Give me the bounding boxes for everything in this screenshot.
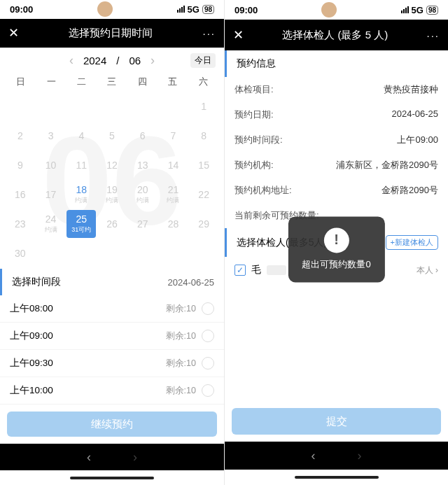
radio-icon[interactable] (202, 384, 214, 397)
next-month-icon[interactable]: › (150, 53, 155, 68)
timeslot-list: 上午08:00剩余:10上午09:00剩余:10上午09:30剩余:10上午10… (0, 295, 224, 405)
calendar-day[interactable]: 24约满 (36, 210, 66, 238)
calendar-day[interactable]: 17 (36, 181, 66, 209)
calendar-day (97, 92, 127, 120)
header: ✕ 选择体检人 (最多 5 人) ··· (225, 20, 448, 50)
battery-pill: 98 (202, 5, 214, 14)
nav-forward-icon[interactable]: › (133, 450, 137, 465)
today-button[interactable]: 今日 (190, 53, 216, 68)
nav-back-icon[interactable]: ‹ (312, 449, 316, 463)
calendar-day[interactable]: 7 (159, 122, 188, 150)
calendar-day[interactable]: 18约满 (66, 181, 96, 209)
calendar-day (6, 92, 35, 120)
page-title: 选择预约日期时间 (19, 27, 202, 40)
home-indicator (225, 470, 448, 485)
submit-button[interactable]: 提交 (232, 408, 441, 435)
more-icon[interactable]: ··· (426, 29, 440, 41)
calendar-day[interactable]: 11 (66, 151, 96, 179)
status-avatar (97, 1, 113, 17)
timeslot-date: 2024-06-25 (168, 277, 215, 288)
status-time: 09:00 (234, 5, 258, 15)
nav-back-icon[interactable]: ‹ (87, 450, 91, 465)
calendar-day[interactable]: 3 (36, 122, 66, 150)
continue-button[interactable]: 继续预约 (7, 412, 217, 437)
toast: ! 超出可预约数量0 (288, 216, 384, 282)
phone-right: 09:00 5G 98 ✕ 选择体检人 (最多 5 人) ··· 预约信息 体检… (224, 0, 448, 485)
calendar-day[interactable]: 2 (6, 122, 35, 150)
person-name: 毛 (251, 264, 261, 276)
home-indicator (0, 470, 224, 485)
info-row: 预约日期:2024-06-25 (225, 102, 448, 127)
calendar-day[interactable]: 20约满 (128, 181, 158, 209)
calendar-day[interactable]: 10 (36, 151, 66, 179)
close-icon[interactable]: ✕ (233, 27, 244, 43)
calendar-day[interactable]: 8 (189, 122, 218, 150)
calendar-day[interactable]: 9 (6, 151, 35, 179)
status-time: 09:00 (10, 4, 33, 15)
calendar-day[interactable]: 14 (159, 151, 188, 179)
checkbox-icon[interactable]: ✓ (234, 265, 246, 276)
status-avatar (321, 2, 337, 17)
info-row: 体检项目:黄热疫苗接种 (225, 77, 448, 102)
page-title: 选择体检人 (最多 5 人) (244, 29, 426, 42)
toast-text: 超出可预约数量0 (302, 258, 370, 271)
close-icon[interactable]: ✕ (8, 25, 19, 41)
calendar-day[interactable]: 19约满 (97, 181, 127, 209)
nav-forward-icon[interactable]: › (358, 449, 362, 463)
phone-left: 09:00 5G 98 ✕ 选择预约日期时间 ··· ‹ 2024 / 06 ›… (0, 0, 224, 485)
timeslot-row[interactable]: 上午09:30剩余:10 (0, 350, 224, 377)
calendar-day[interactable]: 4 (66, 122, 96, 150)
timeslot-row[interactable]: 上午09:00剩余:10 (0, 323, 224, 350)
info-row: 预约机构:浦东新区，金桥路2090号 (225, 153, 448, 178)
calendar-day[interactable]: 16 (6, 181, 35, 209)
calendar-day[interactable]: 5 (97, 122, 127, 150)
info-row: 预约机构地址:金桥路2090号 (225, 178, 448, 203)
info-section-header: 预约信息 (225, 50, 448, 77)
calendar-day (36, 92, 66, 120)
timeslot-row[interactable]: 上午10:00剩余:10 (0, 377, 224, 405)
calendar-nav: ‹ 2024 / 06 › 今日 (0, 48, 224, 73)
calendar-day[interactable]: 29 (189, 210, 218, 238)
calendar-day[interactable]: 28 (159, 210, 188, 238)
calendar-day[interactable]: 21约满 (159, 181, 188, 209)
signal-icon (401, 6, 409, 13)
network-label: 5G (188, 4, 200, 15)
calendar-day[interactable]: 1 (189, 92, 218, 120)
status-bar: 09:00 5G 98 (225, 0, 448, 20)
bottom-nav: ‹ › (0, 444, 224, 470)
more-icon[interactable]: ··· (202, 27, 216, 39)
calendar-day[interactable]: 12 (97, 151, 127, 179)
timeslot-label: 选择时间段 (12, 276, 61, 288)
calendar-day[interactable]: 26 (97, 210, 127, 238)
calendar-year: 2024 (83, 55, 106, 66)
signal-icon (177, 6, 185, 13)
battery-pill: 98 (426, 6, 438, 15)
radio-icon[interactable] (202, 302, 214, 315)
bottom-nav: ‹ › (225, 442, 448, 470)
calendar-day (66, 92, 96, 120)
calendar-wrap: 06 123456789101112131415161718约满19约满20约满… (0, 91, 224, 269)
timeslot-row[interactable]: 上午08:00剩余:10 (0, 295, 224, 323)
calendar-day[interactable]: 23 (6, 210, 35, 238)
calendar-day[interactable]: 22 (189, 181, 218, 209)
radio-icon[interactable] (202, 330, 214, 342)
radio-icon[interactable] (202, 357, 214, 370)
calendar-day[interactable]: 15 (189, 151, 218, 179)
calendar-day[interactable]: 2531可约 (66, 210, 96, 238)
calendar-day[interactable]: 30 (6, 239, 35, 267)
calendar-day[interactable]: 13 (128, 151, 158, 179)
calendar-day[interactable]: 27 (128, 210, 158, 238)
add-person-button[interactable]: +新建体检人 (386, 235, 438, 250)
info-row: 预约时间段:上午09:00 (225, 127, 448, 153)
calendar-month: 06 (129, 55, 141, 66)
calendar-grid: 123456789101112131415161718约满19约满20约满21约… (0, 91, 224, 269)
calendar-day[interactable]: 6 (128, 122, 158, 150)
header: ✕ 选择预约日期时间 ··· (0, 19, 224, 48)
prev-month-icon[interactable]: ‹ (69, 53, 74, 68)
self-label[interactable]: 本人 › (416, 265, 438, 276)
masked-name (267, 265, 286, 275)
info-list: 体检项目:黄热疫苗接种预约日期:2024-06-25预约时间段:上午09:00预… (225, 77, 448, 228)
status-right: 5G 98 (177, 4, 214, 15)
timeslot-section: 选择时间段 2024-06-25 (0, 269, 224, 295)
warning-icon: ! (323, 227, 349, 253)
